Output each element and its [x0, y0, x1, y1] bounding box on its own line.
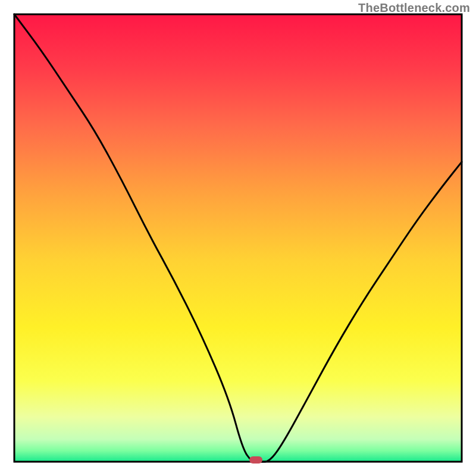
chart-container: TheBottleneck.com [0, 0, 476, 476]
watermark-text: TheBottleneck.com [358, 1, 470, 15]
plot-background [14, 14, 462, 462]
bottleneck-chart [0, 0, 476, 476]
optimal-marker [249, 456, 262, 464]
